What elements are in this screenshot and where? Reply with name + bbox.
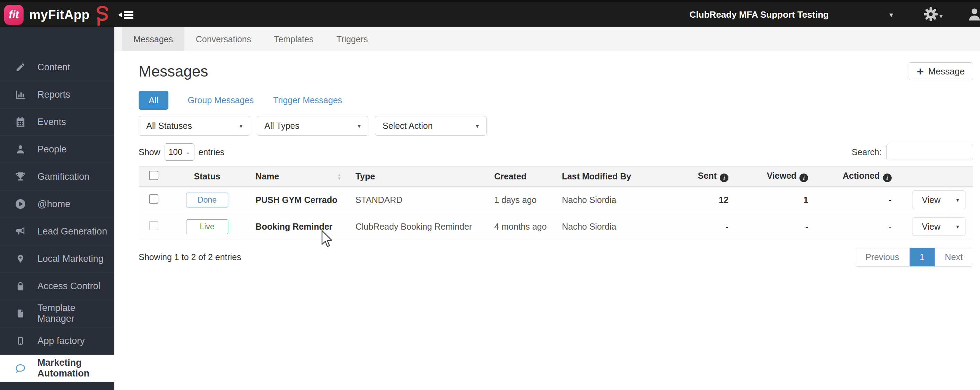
table-row: Done PUSH GYM Cerrado STANDARD 1 days ag… xyxy=(138,187,973,213)
action-select[interactable]: Select Action ▾ xyxy=(375,116,487,136)
sidebar-item-label: Gamification xyxy=(37,171,89,182)
trophy-icon xyxy=(14,171,26,182)
message-viewed-count: 1 xyxy=(732,187,811,213)
view-split-button[interactable]: View ▾ xyxy=(912,190,966,209)
view-button[interactable]: View xyxy=(912,217,950,236)
sidebar-item-at-home[interactable]: @home xyxy=(0,190,115,218)
chevron-down-icon: ⌄ xyxy=(186,149,190,155)
account-caret-icon[interactable]: ▾ xyxy=(889,11,893,19)
tab-templates[interactable]: Templates xyxy=(262,27,325,51)
settings-menu[interactable]: ▾ xyxy=(924,7,943,23)
info-icon: i xyxy=(720,174,729,182)
search-input[interactable] xyxy=(886,144,973,160)
sidebar-item-reports[interactable]: Reports xyxy=(0,81,115,108)
megaphone-icon xyxy=(14,226,26,236)
view-caret-icon[interactable]: ▾ xyxy=(950,191,965,209)
map-pin-icon xyxy=(14,254,26,264)
column-sent[interactable]: Senti xyxy=(663,166,732,187)
sidebar-item-app-factory[interactable]: App factory xyxy=(0,327,115,355)
sidebar-item-marketing-automation[interactable]: Marketing Automation xyxy=(0,355,115,382)
sidebar-item-gamification[interactable]: Gamification xyxy=(0,163,115,190)
sidebar-item-lead-generation[interactable]: Lead Generation xyxy=(0,218,115,245)
topbar-right-group: ClubReady MFA Support Testing ▾ ▾ xyxy=(690,6,977,24)
pencil-icon xyxy=(14,62,26,72)
sidebar-item-label: Reports xyxy=(37,89,70,100)
sidebar-item-template-manager[interactable]: Template Manager xyxy=(0,300,115,327)
message-sent-count: 12 xyxy=(663,187,732,213)
segment-group-messages[interactable]: Group Messages xyxy=(188,95,254,105)
row-checkbox[interactable] xyxy=(149,221,158,230)
message-sent-count: - xyxy=(663,213,732,240)
row-checkbox[interactable] xyxy=(149,194,158,204)
account-name[interactable]: ClubReady MFA Support Testing xyxy=(690,10,829,20)
sidebar-item-people[interactable]: People xyxy=(0,136,115,163)
column-type[interactable]: Type xyxy=(345,166,484,187)
new-message-button-label: Message xyxy=(928,66,965,77)
message-name: PUSH GYM Cerrado xyxy=(241,187,345,213)
column-actioned[interactable]: Actionedi xyxy=(811,166,895,187)
section-tabs: Messages Conversations Templates Trigger… xyxy=(115,27,980,51)
sidebar-item-events[interactable]: Events xyxy=(0,108,115,136)
sidebar-item-access-control[interactable]: Access Control xyxy=(0,273,115,300)
sidebar-item-label: Local Marketing xyxy=(37,254,103,264)
select-all-checkbox[interactable] xyxy=(149,171,158,180)
tab-messages[interactable]: Messages xyxy=(122,27,185,51)
status-badge[interactable]: Done xyxy=(186,193,228,208)
page-size-select[interactable]: 100 ⌄ xyxy=(165,143,194,161)
messages-table: Status Name ▲▼ Type Created xyxy=(138,166,973,240)
status-filter-select[interactable]: All Statuses ▾ xyxy=(138,116,250,136)
play-circle-icon xyxy=(14,198,26,209)
sidebar-item-content[interactable]: Content xyxy=(0,54,115,81)
view-split-button[interactable]: View ▾ xyxy=(912,217,966,236)
sidebar-item-label: Lead Generation xyxy=(37,226,107,237)
pagination-page-1[interactable]: 1 xyxy=(909,248,935,266)
segment-all[interactable]: All xyxy=(138,91,169,110)
file-icon xyxy=(14,308,26,319)
tab-conversations[interactable]: Conversations xyxy=(185,27,262,51)
view-caret-icon[interactable]: ▾ xyxy=(950,217,965,236)
sidebar-item-label: People xyxy=(37,144,67,155)
sidebar-nav: Content Reports Events People Gamificati… xyxy=(0,27,115,390)
person-icon xyxy=(14,144,26,154)
column-last-modified-by[interactable]: Last Modified By xyxy=(551,166,662,187)
calendar-icon xyxy=(14,117,26,127)
settings-caret-icon: ▾ xyxy=(939,13,943,20)
column-viewed[interactable]: Viewedi xyxy=(732,166,811,187)
sort-icon[interactable]: ▲▼ xyxy=(337,173,342,181)
sidebar-item-label: Events xyxy=(37,117,66,127)
pagination: Previous 1 Next xyxy=(855,248,973,267)
pagination-next[interactable]: Next xyxy=(935,248,973,266)
message-filter-segments: All Group Messages Trigger Messages xyxy=(138,91,973,110)
column-created[interactable]: Created xyxy=(484,166,551,187)
column-name[interactable]: Name xyxy=(241,171,279,181)
column-status[interactable]: Status xyxy=(173,166,241,187)
message-type: ClubReady Booking Reminder xyxy=(345,213,484,240)
sidebar-item-label: Template Manager xyxy=(37,303,115,324)
message-viewed-count: - xyxy=(732,213,811,240)
segment-trigger-messages[interactable]: Trigger Messages xyxy=(273,95,342,105)
status-filter-value: All Statuses xyxy=(146,121,192,131)
sidebar-item-label: Content xyxy=(37,62,70,73)
myfitapp-logo-text: fit xyxy=(9,9,19,21)
lock-icon xyxy=(14,281,26,291)
sidebar-item-label: Marketing Automation xyxy=(37,357,115,379)
show-label: Show xyxy=(138,147,161,157)
messages-page: Messages + Message All Group Messages Tr… xyxy=(115,51,980,390)
pagination-previous[interactable]: Previous xyxy=(855,248,909,266)
table-row: Live Booking Reminder ClubReady Booking … xyxy=(138,213,973,240)
type-filter-select[interactable]: All Types ▾ xyxy=(257,116,368,136)
tab-triggers[interactable]: Triggers xyxy=(325,27,379,51)
sidebar-item-label: Access Control xyxy=(37,281,100,292)
status-badge[interactable]: Live xyxy=(186,219,228,234)
sidebar-item-label: App factory xyxy=(37,336,85,346)
entries-summary: Showing 1 to 2 of 2 entries xyxy=(138,252,241,262)
info-icon: i xyxy=(799,174,808,182)
view-button[interactable]: View xyxy=(912,191,950,209)
sidebar-collapse-button[interactable] xyxy=(118,9,134,21)
user-menu[interactable] xyxy=(967,6,980,24)
message-created: 4 months ago xyxy=(484,213,551,240)
top-bar: fit myFitApp ClubReady MFA Support Testi… xyxy=(0,0,980,27)
gear-icon xyxy=(924,7,938,23)
sidebar-item-local-marketing[interactable]: Local Marketing xyxy=(0,245,115,273)
new-message-button[interactable]: + Message xyxy=(908,62,973,80)
